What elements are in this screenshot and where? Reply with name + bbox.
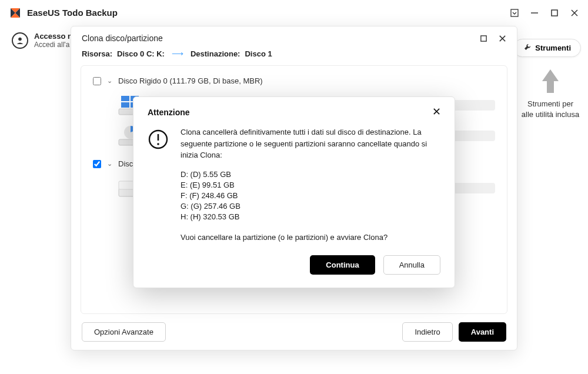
- clone-path: Risorsa: Disco 0 C: K: ⟶ Destinazione: D…: [71, 49, 517, 65]
- dest-value: Disco 1: [245, 49, 272, 58]
- close-icon[interactable]: [498, 34, 506, 42]
- close-icon[interactable]: [433, 108, 440, 117]
- window-controls: [510, 9, 579, 17]
- attention-body: Clona cancellerà definitivamente tutti i…: [148, 117, 440, 252]
- account-text: Accesso n Accedi all'a: [34, 32, 72, 49]
- arrow-right-icon: ⟶: [172, 49, 183, 58]
- minimize-icon[interactable]: [530, 9, 539, 17]
- close-icon[interactable]: [570, 9, 579, 17]
- hint-text: Strumenti per alle utilità inclusa: [521, 99, 580, 120]
- account-line2: Accedi all'a: [34, 41, 72, 49]
- chevron-down-icon[interactable]: ⌄: [107, 160, 112, 168]
- back-button[interactable]: Indietro: [402, 322, 452, 342]
- attention-footer: Continua Annulla: [148, 255, 440, 275]
- titlebar: EaseUS Todo Backup: [0, 0, 588, 26]
- disk0-checkbox[interactable]: [93, 77, 101, 85]
- maximize-icon[interactable]: [479, 34, 487, 42]
- attention-warning: Clona cancellerà definitivamente tutti i…: [181, 126, 440, 161]
- attention-text: Clona cancellerà definitivamente tutti i…: [181, 126, 440, 252]
- next-button[interactable]: Avanti: [459, 322, 506, 342]
- svg-point-27: [157, 143, 159, 145]
- partition-item: E: (E) 99.51 GB: [181, 180, 440, 191]
- dropdown-icon[interactable]: [510, 9, 519, 17]
- wrench-icon: [523, 43, 532, 53]
- partition-item: G: (G) 257.46 GB: [181, 201, 440, 212]
- advanced-options-button[interactable]: Opzioni Avanzate: [82, 322, 166, 342]
- disk1-checkbox[interactable]: [93, 160, 101, 168]
- clone-title: Clona disco/partizione: [82, 34, 479, 43]
- tools-label: Strumenti: [535, 44, 571, 52]
- svg-marker-10: [542, 69, 559, 93]
- svg-rect-6: [552, 10, 557, 16]
- clone-header: Clona disco/partizione: [71, 26, 517, 49]
- tools-button[interactable]: Strumenti: [513, 39, 581, 57]
- partition-item: D: (D) 5.55 GB: [181, 169, 440, 180]
- avatar[interactable]: [12, 32, 28, 49]
- dest-label: Destinazione:: [191, 49, 240, 58]
- right-hint: Strumenti per alle utilità inclusa: [521, 68, 580, 120]
- arrow-up-icon: [540, 68, 561, 94]
- continue-button[interactable]: Continua: [310, 255, 375, 275]
- app-logo-icon: [9, 7, 21, 19]
- svg-point-9: [18, 37, 22, 41]
- chevron-down-icon[interactable]: ⌄: [107, 77, 112, 85]
- attention-question: Vuoi cancellare la partizione (o le part…: [181, 232, 440, 243]
- attention-header: Attenzione: [148, 108, 440, 117]
- svg-rect-15: [121, 96, 129, 101]
- source-label: Risorsa:: [82, 49, 112, 58]
- source-value: Disco 0 C: K:: [117, 49, 165, 58]
- cancel-button[interactable]: Annulla: [383, 255, 440, 275]
- svg-rect-4: [511, 9, 518, 16]
- partition-item: F: (F) 248.46 GB: [181, 191, 440, 201]
- disk0-label: Disco Rigido 0 (111.79 GB, Di base, MBR): [118, 76, 263, 85]
- svg-rect-17: [121, 102, 129, 108]
- maximize-icon[interactable]: [550, 9, 559, 17]
- svg-rect-11: [480, 35, 486, 41]
- app-title: EaseUS Todo Backup: [27, 8, 510, 18]
- account-line1: Accesso n: [34, 32, 72, 41]
- attention-title: Attenzione: [148, 108, 433, 117]
- partition-list: D: (D) 5.55 GB E: (E) 99.51 GB F: (F) 24…: [181, 169, 440, 223]
- disk-row-0[interactable]: ⌄ Disco Rigido 0 (111.79 GB, Di base, MB…: [81, 72, 507, 90]
- warning-icon: [148, 129, 169, 150]
- attention-modal: Attenzione Clona cancellerà definitivame…: [133, 96, 455, 288]
- clone-footer: Opzioni Avanzate Indietro Avanti: [71, 314, 517, 350]
- partition-item: H: (H) 320.53 GB: [181, 212, 440, 222]
